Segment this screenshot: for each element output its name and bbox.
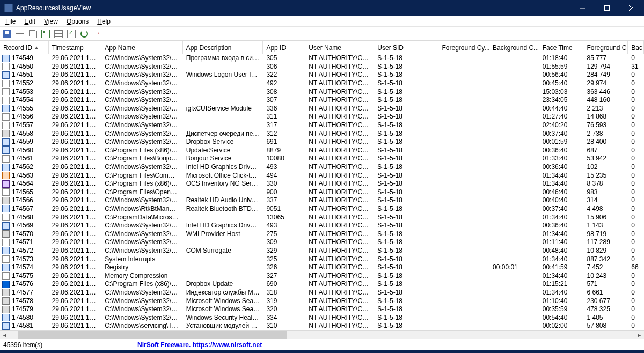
row-icon [2, 146, 10, 154]
options-button[interactable] [65, 28, 77, 40]
scroll-right-arrow[interactable]: ► [635, 330, 644, 339]
column-header-1[interactable]: Timestamp [49, 41, 102, 54]
refresh-button[interactable] [78, 28, 90, 40]
cell: 318 [263, 289, 305, 297]
close-button[interactable] [619, 0, 644, 16]
table-row[interactable]: 17456929.06.2021 11:57:00C:\Windows\Syst… [0, 222, 644, 230]
column-header-7[interactable]: Foreground Cy... [438, 41, 489, 54]
horizontal-scrollbar[interactable]: ◄ ► [0, 330, 644, 339]
table-row[interactable]: 17456029.06.2021 11:57:00C:\Program File… [0, 146, 644, 155]
table-row[interactable]: 17456429.06.2021 11:57:00C:\Program File… [0, 180, 644, 188]
table-row[interactable]: 17457629.06.2021 11:57:00C:\Program File… [0, 280, 644, 289]
column-header-9[interactable]: Face Time [539, 41, 584, 54]
cell: 320 [263, 305, 305, 313]
cell: S-1-5-18 [374, 230, 438, 238]
menu-file[interactable]: File [1, 17, 20, 26]
table-row[interactable]: 17457329.06.2021 11:57:00System Interrup… [0, 255, 644, 263]
table-row[interactable]: 17457129.06.2021 11:57:00C:\Windows\Syst… [0, 238, 644, 247]
table-row[interactable]: 17455229.06.2021 11:57:00C:\Windows\Syst… [0, 79, 644, 88]
table-row[interactable]: 17457229.06.2021 11:57:00C:\Windows\Syst… [0, 247, 644, 255]
scroll-left-arrow[interactable]: ◄ [0, 330, 9, 339]
cell: 336 [263, 105, 305, 113]
cell: 01:15:21 [539, 280, 584, 288]
table-row[interactable]: 17457429.06.2021 11:57:00Registry326NT A… [0, 263, 644, 272]
cell: Intel HD Graphics Drivers for ... [183, 163, 264, 171]
table-row[interactable]: 17458029.06.2021 11:57:00C:\Windows\Syst… [0, 313, 644, 322]
table-row[interactable]: 17455129.06.2021 11:57:00C:\Windows\Syst… [0, 71, 644, 79]
menu-help[interactable]: Help [93, 17, 115, 26]
table-row[interactable]: 17457929.06.2021 11:57:00C:\Windows\Syst… [0, 305, 644, 314]
cell: 29.06.2021 11:57:00 [49, 247, 102, 255]
table-row[interactable]: 17455329.06.2021 11:57:00C:\Windows\Syst… [0, 87, 644, 96]
table-row[interactable]: 17456629.06.2021 11:57:00C:\Windows\Syst… [0, 196, 644, 205]
menu-edit[interactable]: Edit [20, 17, 40, 26]
maximize-button[interactable] [595, 0, 619, 16]
cell: 230 677 [584, 297, 628, 305]
menu-options[interactable]: Options [62, 17, 93, 26]
table-row[interactable]: 17456129.06.2021 11:57:00C:\Program File… [0, 155, 644, 163]
exit-button[interactable] [91, 28, 103, 40]
cell: 02:40:20 [539, 121, 584, 129]
save-button[interactable] [1, 28, 13, 40]
column-header-2[interactable]: App Name [101, 41, 183, 54]
cell: Dropbox Update [183, 280, 264, 288]
cell: 01:27:40 [539, 113, 584, 121]
cell: 174561 [0, 155, 49, 163]
tree-button[interactable] [40, 28, 52, 40]
scroll-thumb[interactable] [18, 331, 287, 339]
column-header-10[interactable]: Foreground C... [583, 41, 628, 54]
window-title: AppResourcesUsageView [16, 4, 570, 12]
table-row[interactable]: 17455629.06.2021 11:57:00C:\Windows\Syst… [0, 113, 644, 121]
minimize-button[interactable] [570, 0, 595, 16]
table-row[interactable]: 17455929.06.2021 11:57:00C:\Windows\Syst… [0, 138, 644, 146]
table-row[interactable]: 17456329.06.2021 11:57:00C:\Program File… [0, 171, 644, 180]
grid-body[interactable]: 17454929.06.2021 11:57:00C:\Windows\Syst… [0, 54, 644, 330]
table-row[interactable]: 17458129.06.2021 11:57:00C:\Windows\serv… [0, 322, 644, 330]
table-row[interactable]: 17456229.06.2021 11:57:00C:\Windows\Syst… [0, 163, 644, 172]
properties-button[interactable] [53, 28, 64, 40]
column-header-8[interactable]: Background C... [489, 41, 539, 54]
status-link[interactable]: NirSoft Freeware. https://www.nirsoft.ne… [134, 339, 644, 350]
column-header-4[interactable]: App ID [263, 41, 305, 54]
cell: 29.06.2021 11:57:00 [49, 88, 102, 96]
cell: S-1-5-18 [374, 63, 438, 71]
table-row[interactable]: 17455729.06.2021 11:57:00C:\Windows\Syst… [0, 121, 644, 130]
cell: 334 [263, 314, 305, 322]
table-row[interactable]: 17457029.06.2021 11:57:00C:\Windows\Syst… [0, 230, 644, 238]
cell: 174580 [0, 314, 49, 322]
cell: 8 378 [584, 180, 628, 188]
column-header-11[interactable]: Bac [628, 41, 644, 54]
status-bar: 45396 item(s) NirSoft Freeware. https://… [0, 339, 644, 350]
table-row[interactable]: 17457829.06.2021 11:57:00C:\Windows\Syst… [0, 297, 644, 305]
cell: 174550 [0, 63, 49, 71]
table-row[interactable]: 17457529.06.2021 11:57:00Memory Compress… [0, 271, 644, 280]
cell: 900 [263, 188, 305, 196]
row-icon [2, 264, 10, 271]
table-row[interactable]: 17456529.06.2021 11:57:00C:\Program File… [0, 188, 644, 197]
copy-button[interactable] [27, 28, 39, 40]
column-header-5[interactable]: User Name [305, 41, 374, 54]
cell: NT AUTHORITY\СИСТЕ... [305, 322, 374, 330]
window-border-bottom [0, 350, 644, 353]
column-header-3[interactable]: App Description [183, 41, 264, 54]
table-row[interactable]: 17456829.06.2021 11:57:00C:\ProgramData\… [0, 213, 644, 222]
table-row[interactable]: 17455429.06.2021 11:57:00C:\Windows\Syst… [0, 96, 644, 105]
table-row[interactable]: 17454929.06.2021 11:57:00C:\Windows\Syst… [0, 54, 644, 63]
table-row[interactable]: 17457729.06.2021 11:57:00C:\Windows\Syst… [0, 289, 644, 297]
cell: 312 [263, 130, 305, 138]
row-icon [2, 105, 10, 112]
table-row[interactable]: 17456729.06.2021 11:57:00C:\Windows\RtkB… [0, 205, 644, 214]
table-button[interactable] [14, 28, 26, 40]
column-header-0[interactable]: Record ID▲ [0, 41, 49, 54]
row-icon [2, 289, 10, 296]
cell: NT AUTHORITY\СИСТЕ... [305, 238, 374, 246]
table-row[interactable]: 17455029.06.2021 11:57:00C:\Windows\Syst… [0, 63, 644, 71]
cell: 01:11:40 [539, 238, 584, 246]
cell: Realtek Bluetooth BTDevMana... [183, 205, 264, 213]
cell: 29.06.2021 11:57:00 [49, 230, 102, 238]
column-header-6[interactable]: User SID [374, 41, 438, 54]
menu-view[interactable]: View [40, 17, 62, 26]
table-row[interactable]: 17455829.06.2021 11:57:00C:\Windows\Syst… [0, 129, 644, 138]
cell: C:\Windows\System32\svcho... [101, 238, 183, 246]
table-row[interactable]: 17455529.06.2021 11:57:00C:\Windows\Syst… [0, 105, 644, 113]
